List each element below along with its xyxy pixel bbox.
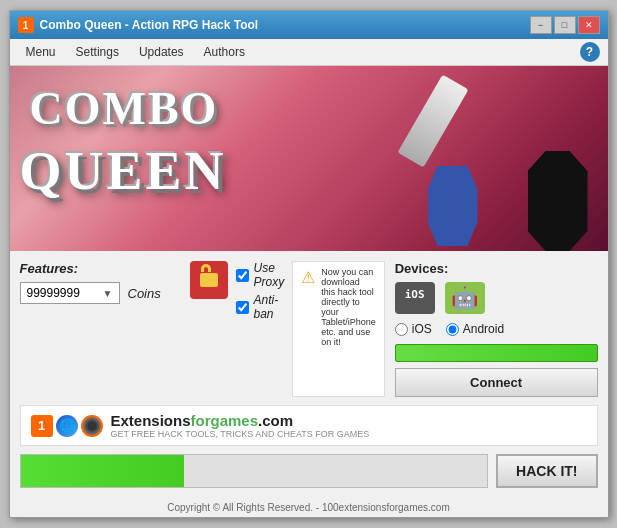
dropdown-row: 99999999 ▼ Coins — [20, 282, 180, 304]
main-controls: Features: 99999999 ▼ Coins — [20, 261, 598, 397]
connect-button[interactable]: Connect — [395, 368, 598, 397]
android-radio[interactable] — [446, 323, 459, 336]
anti-ban-checkbox[interactable] — [236, 301, 249, 314]
branding-bar: 1 🌐 Extensionsforgames.com GET FREE HACK… — [20, 405, 598, 446]
menu-item-menu[interactable]: Menu — [18, 41, 64, 63]
ios-badge: iOS — [395, 282, 435, 314]
proxy-options: Use Proxy Anti-ban — [236, 261, 285, 397]
brand-icons: 1 🌐 — [31, 415, 103, 437]
title-bar: 1 Combo Queen - Action RPG Hack Tool − □… — [10, 11, 608, 39]
footer: Copyright © All Rights Reserved. - 100ex… — [10, 498, 608, 517]
weapon-decoration — [397, 75, 468, 168]
brand-sub: GET FREE HACK TOOLS, TRICKS AND CHEATS F… — [111, 429, 370, 439]
lock-body — [200, 273, 218, 287]
android-radio-option: Android — [446, 322, 504, 336]
lock-shackle — [201, 264, 211, 272]
game-banner: COMBO QUEEN — [10, 66, 608, 251]
menu-item-settings[interactable]: Settings — [68, 41, 127, 63]
brand-text: Extensionsforgames.com — [111, 412, 370, 429]
hack-progress-container — [20, 454, 489, 488]
brand-text-area: Extensionsforgames.com GET FREE HACK TOO… — [111, 412, 370, 439]
coins-label: Coins — [128, 286, 161, 301]
android-badge: 🤖 — [445, 282, 485, 314]
features-section: Features: 99999999 ▼ Coins — [20, 261, 180, 397]
footer-text: Copyright © All Rights Reserved. - 100ex… — [167, 502, 450, 513]
anti-ban-row: Anti-ban — [236, 293, 285, 321]
coins-dropdown-value: 99999999 — [27, 286, 80, 300]
character-1 — [428, 166, 478, 246]
app-icon: 1 — [18, 17, 34, 33]
features-label: Features: — [20, 261, 180, 276]
checkboxes: Use Proxy Anti-ban — [236, 261, 285, 321]
devices-section: Devices: iOS 🤖 iOS Android Conne — [395, 261, 598, 397]
brand-globe-icon: 🌐 — [56, 415, 78, 437]
ios-radio-label: iOS — [412, 322, 432, 336]
maximize-button[interactable]: □ — [554, 16, 576, 34]
menu-bar: Menu Settings Updates Authors ? — [10, 39, 608, 66]
use-proxy-label: Use Proxy — [254, 261, 285, 289]
hack-section: HACK IT! — [20, 454, 598, 488]
coins-dropdown[interactable]: 99999999 ▼ — [20, 282, 120, 304]
main-window: 1 Combo Queen - Action RPG Hack Tool − □… — [9, 10, 609, 518]
ios-radio[interactable] — [395, 323, 408, 336]
help-button[interactable]: ? — [580, 42, 600, 62]
anti-ban-label: Anti-ban — [254, 293, 285, 321]
radio-row: iOS Android — [395, 322, 598, 336]
title-bar-left: 1 Combo Queen - Action RPG Hack Tool — [18, 17, 259, 33]
hack-progress-fill — [21, 455, 184, 487]
proxy-section: Use Proxy Anti-ban ⚠ Now you can downloa… — [190, 261, 385, 397]
warning-icon: ⚠ — [301, 268, 315, 287]
lock-icon — [190, 261, 228, 299]
warning-section: ⚠ Now you can download this hack tool di… — [292, 261, 385, 397]
hack-button[interactable]: HACK IT! — [496, 454, 597, 488]
window-controls: − □ ✕ — [530, 16, 600, 34]
menu-item-updates[interactable]: Updates — [131, 41, 192, 63]
minimize-button[interactable]: − — [530, 16, 552, 34]
dropdown-arrow-icon: ▼ — [103, 288, 113, 299]
android-radio-label: Android — [463, 322, 504, 336]
device-progress-bar — [395, 344, 598, 362]
combo-text: COMBO — [30, 86, 219, 132]
brand-circle-icon — [81, 415, 103, 437]
menu-items: Menu Settings Updates Authors — [18, 41, 253, 63]
window-title: Combo Queen - Action RPG Hack Tool — [40, 18, 259, 32]
devices-label: Devices: — [395, 261, 598, 276]
warning-text: Now you can download this hack tool dire… — [321, 267, 376, 347]
use-proxy-row: Use Proxy — [236, 261, 285, 289]
ios-radio-option: iOS — [395, 322, 432, 336]
queen-text: QUEEN — [20, 144, 227, 198]
brand-num-icon: 1 — [31, 415, 53, 437]
content-area: Features: 99999999 ▼ Coins — [10, 251, 608, 498]
use-proxy-checkbox[interactable] — [236, 269, 249, 282]
device-icons: iOS 🤖 — [395, 282, 598, 314]
menu-item-authors[interactable]: Authors — [196, 41, 253, 63]
close-button[interactable]: ✕ — [578, 16, 600, 34]
character-2 — [528, 151, 588, 251]
